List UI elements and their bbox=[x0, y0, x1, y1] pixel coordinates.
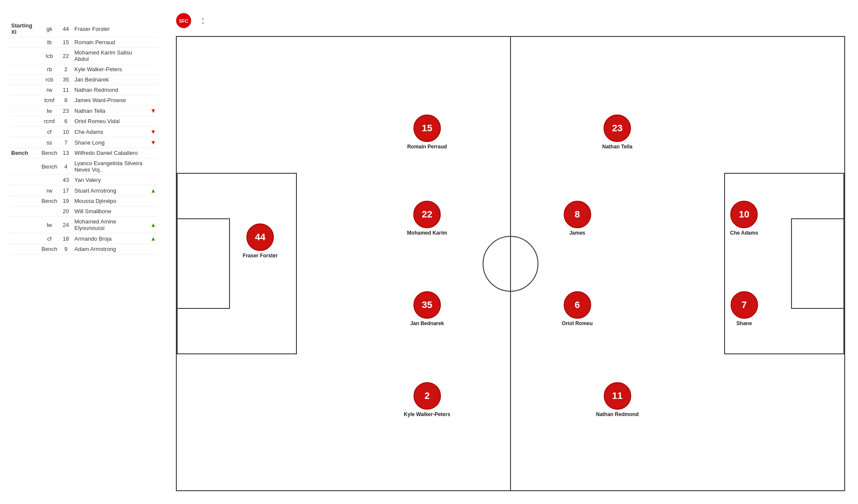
player-circle: 11 bbox=[604, 382, 631, 410]
formation-separator: : bbox=[202, 15, 204, 26]
substitution-arrow bbox=[148, 64, 159, 75]
lineup-table: Starting XIgk44Fraser Forsterlb15Romain … bbox=[9, 21, 159, 254]
player-pitch-name: Nathan Redmond bbox=[596, 411, 638, 417]
center-circle bbox=[483, 236, 538, 292]
substitution-arrow bbox=[148, 244, 159, 254]
substitution-arrow: ▲ bbox=[148, 217, 159, 233]
player-pitch-name: Mohamed Karim bbox=[407, 230, 447, 236]
player-name: Stuart Armstrong bbox=[72, 185, 148, 196]
player-token-gk: 44Fraser Forster bbox=[243, 223, 278, 259]
player-token-ss: 7Shane bbox=[731, 291, 758, 326]
substitution-arrow bbox=[148, 21, 159, 37]
player-number: 15 bbox=[60, 37, 72, 48]
arrow-down-icon: ▼ bbox=[150, 139, 156, 146]
player-pitch-name: Shane bbox=[737, 320, 752, 326]
right-goal-box bbox=[791, 218, 844, 309]
substitution-arrow bbox=[148, 75, 159, 85]
player-token-cf1: 10Che Adams bbox=[730, 201, 758, 236]
section-label-0: Starting XI bbox=[9, 21, 39, 37]
substitution-arrow: ▼ bbox=[148, 127, 159, 137]
player-pitch-name: Romain Perraud bbox=[407, 144, 447, 150]
player-position: cf bbox=[39, 233, 60, 244]
substitution-arrow bbox=[148, 85, 159, 95]
player-position: lcb bbox=[39, 48, 60, 64]
player-name: Jan Bednarek bbox=[72, 75, 148, 85]
player-position bbox=[39, 206, 60, 217]
player-name: Kyle Walker-Peters bbox=[72, 64, 148, 75]
arrow-up-icon: ▲ bbox=[150, 187, 156, 194]
player-position: rcb bbox=[39, 75, 60, 85]
substitution-arrow: ▼ bbox=[148, 106, 159, 116]
player-name: Nathan Tella bbox=[72, 106, 148, 116]
right-panel: SFC : 44Fraser Forster2Kyle Walker-Peter… bbox=[167, 0, 858, 504]
player-name: Che Adams bbox=[72, 127, 148, 137]
substitution-arrow bbox=[148, 48, 159, 64]
player-number: 24 bbox=[60, 217, 72, 233]
substitution-arrow: ▼ bbox=[148, 137, 159, 148]
player-circle: 7 bbox=[731, 291, 758, 319]
substitution-arrow bbox=[148, 196, 159, 206]
player-position: gk bbox=[39, 21, 60, 37]
player-position: ss bbox=[39, 137, 60, 148]
player-name: Moussa Djénépo bbox=[72, 196, 148, 206]
substitution-arrow bbox=[148, 95, 159, 106]
left-panel: Starting XIgk44Fraser Forsterlb15Romain … bbox=[0, 0, 167, 504]
player-number: 9 bbox=[60, 244, 72, 254]
player-pitch-name: Oriol Romeu bbox=[562, 320, 593, 326]
player-number: 17 bbox=[60, 185, 72, 196]
player-circle: 2 bbox=[414, 382, 441, 410]
player-name: Mohamed Karim Salisu Abdul bbox=[72, 48, 148, 64]
player-pitch-name: James bbox=[569, 230, 585, 236]
substitution-arrow bbox=[148, 206, 159, 217]
player-number: 8 bbox=[60, 95, 72, 106]
player-token-rcb: 35Jan Bednarek bbox=[410, 291, 444, 326]
player-number: 43 bbox=[60, 175, 72, 185]
player-name: Mohamed Amine Elyounoussi bbox=[72, 217, 148, 233]
player-token-lw: 23Nathan Tella bbox=[602, 115, 632, 150]
player-name: Adam Armstrong bbox=[72, 244, 148, 254]
svg-text:SFC: SFC bbox=[179, 18, 188, 24]
substitution-arrow bbox=[148, 148, 159, 158]
player-number: 22 bbox=[60, 48, 72, 64]
player-position: rcmf bbox=[39, 116, 60, 127]
player-position: rb bbox=[39, 64, 60, 75]
substitution-arrow bbox=[148, 175, 159, 185]
player-circle: 6 bbox=[564, 291, 591, 319]
player-number: 35 bbox=[60, 75, 72, 85]
player-name: Oriol Romeu Vidal bbox=[72, 116, 148, 127]
player-number: 4 bbox=[60, 158, 72, 175]
substitution-arrow: ▲ bbox=[148, 185, 159, 196]
arrow-up-icon: ▲ bbox=[150, 235, 156, 242]
substitution-arrow: ▲ bbox=[148, 233, 159, 244]
player-position: lcmf bbox=[39, 95, 60, 106]
player-position: rw bbox=[39, 85, 60, 95]
player-number: 10 bbox=[60, 127, 72, 137]
player-token-rcmf: 6Oriol Romeu bbox=[562, 291, 593, 326]
player-position: lw bbox=[39, 106, 60, 116]
player-token-lcb: 22Mohamed Karim bbox=[407, 201, 447, 236]
player-position: lb bbox=[39, 37, 60, 48]
player-pitch-name: Nathan Tella bbox=[602, 144, 632, 150]
player-name: Lyanco Evangelista Silveira Neves Voj.. bbox=[72, 158, 148, 175]
player-circle: 23 bbox=[604, 115, 631, 142]
player-name: Nathan Redmond bbox=[72, 85, 148, 95]
player-circle: 8 bbox=[564, 201, 591, 228]
player-position: rw bbox=[39, 185, 60, 196]
arrow-down-icon: ▼ bbox=[150, 107, 156, 114]
player-position bbox=[39, 175, 60, 185]
left-goal-box bbox=[177, 218, 230, 309]
substitution-arrow bbox=[148, 116, 159, 127]
player-pitch-name: Jan Bednarek bbox=[410, 320, 444, 326]
player-name: Wilfredo Daniel Caballero bbox=[72, 148, 148, 158]
player-number: 23 bbox=[60, 106, 72, 116]
arrow-down-icon: ▼ bbox=[150, 128, 156, 135]
player-circle: 15 bbox=[413, 115, 441, 142]
substitution-arrow bbox=[148, 158, 159, 175]
substitution-arrow bbox=[148, 37, 159, 48]
player-position: Bench bbox=[39, 244, 60, 254]
player-name: Fraser Forster bbox=[72, 21, 148, 37]
player-position: Bench bbox=[39, 196, 60, 206]
player-token-lb: 15Romain Perraud bbox=[407, 115, 447, 150]
player-pitch-name: Che Adams bbox=[730, 230, 758, 236]
player-token-lcmf: 8James bbox=[564, 201, 591, 236]
